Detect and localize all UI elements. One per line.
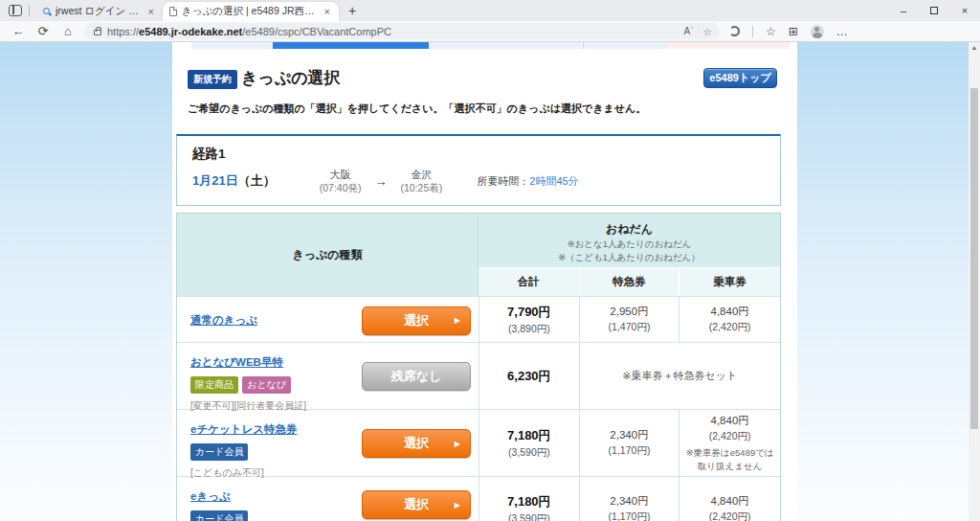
favorites-icon[interactable]: ☆ [766, 25, 776, 38]
route-summary-box: 経路1 1月21日 （土） 大阪 (07:40発) → 金沢 (10:25着) … [176, 134, 781, 206]
button-arrow-icon: ▶ [455, 316, 460, 325]
step-strip-active-segment [273, 42, 429, 49]
new-tab-button[interactable]: + [348, 3, 356, 18]
page-viewport: 新規予約 きっぷの選択 e5489トップ ご希望のきっぷの種類の「選択」を押して… [0, 42, 980, 521]
price-total-cell: 7,180円 (3,590円) [479, 410, 579, 476]
table-row-regular-ticket: 通常のきっぷ 選択 ▶ 7,790円 (3,890円) 2,950円 (1,47… [177, 296, 780, 342]
card-member-badge: カード会員 [190, 443, 248, 461]
search-favicon-icon [43, 8, 51, 15]
otonavi-badge: おとなび [242, 376, 291, 394]
price-base-cell: 4,840円 (2,420円) [679, 297, 780, 342]
refresh-button[interactable]: ⟳ [31, 24, 56, 38]
profile-avatar[interactable] [811, 25, 824, 38]
price-note-child: ※（こども1人あたりのおねだん） [479, 251, 780, 264]
back-button[interactable]: ← [6, 24, 31, 38]
new-reservation-badge: 新規予約 [188, 70, 237, 89]
tab-actions-menu-icon[interactable] [9, 5, 22, 16]
card-member-badge: カード会員 [190, 510, 248, 521]
limited-product-badge: 限定商品 [190, 376, 238, 394]
price-note-adult: ※おとな1人あたりのおねだん [479, 238, 780, 251]
column-header-ticket-type: きっぷの種類 [177, 214, 478, 296]
window-controls: – × [888, 0, 980, 21]
ticket-link-regular[interactable]: 通常のきっぷ [190, 313, 257, 328]
route-day: （土） [238, 172, 276, 190]
price-total-cell: 7,180円 (3,590円) [479, 477, 579, 521]
home-button[interactable]: ⌂ [56, 24, 80, 38]
departure-station: 大阪 (07:40発) [320, 169, 362, 194]
button-arrow-icon: ▶ [455, 501, 460, 510]
url-host: e5489.jr-odekake.net [139, 26, 242, 37]
add-favorite-icon[interactable]: ☆ [703, 26, 712, 37]
column-header-price: おねだん ※おとな1人あたりのおねだん ※（こども1人あたりのおねだん） [479, 214, 780, 267]
scroll-up-arrow-icon[interactable]: ▲ [969, 44, 980, 51]
maximize-button[interactable] [919, 0, 949, 21]
ticket-table: きっぷの種類 おねだん ※おとな1人あたりのおねだん ※（こども1人あたりのおね… [176, 213, 781, 521]
tab-title: きっぷの選択 | e5489 JR西日本 [182, 5, 317, 18]
ticket-link-eticketless[interactable]: eチケットレス特急券 [190, 423, 298, 435]
address-bar[interactable]: https://e5489.jr-odekake.net/e5489/cspc/… [84, 23, 720, 39]
settings-menu-icon[interactable]: … [836, 25, 848, 38]
page-description: ご希望のきっぷの種類の「選択」を押してください。「選択不可」のきっぷは選択できま… [188, 102, 646, 116]
table-row-otonavi-web: おとなびWEB早特 限定商品 おとなび [変更不可][同行者要会員証] 残席なし… [177, 342, 780, 409]
close-button[interactable]: × [949, 0, 980, 21]
e5489-top-button[interactable]: e5489トップ [703, 68, 777, 88]
browser-window: jrwest ログイン - 検索 × きっぷの選択 | e5489 JR西日本 … [0, 0, 980, 521]
browser-titlebar: jrwest ログイン - 検索 × きっぷの選択 | e5489 JR西日本 … [0, 0, 980, 21]
browser-toolbar: ← ⟳ ⌂ https://e5489.jr-odekake.net/e5489… [0, 21, 980, 42]
route-arrow-icon: → [374, 174, 387, 189]
lock-icon [94, 30, 101, 35]
tab-close-icon[interactable]: × [146, 6, 156, 17]
column-header-express-ticket: 特急券 [579, 268, 679, 296]
page-content-panel: 新規予約 きっぷの選択 e5489トップ ご希望のきっぷの種類の「選択」を押して… [172, 42, 797, 521]
ticket-table-header: きっぷの種類 おねだん ※おとな1人あたりのおねだん ※（こども1人あたりのおね… [177, 214, 780, 296]
table-row-ekippu: eきっぷ カード会員 選択 ▶ 7,180円 (3,590円) [177, 476, 780, 521]
page-title: きっぷの選択 [241, 67, 341, 89]
browser-tab-ticket-selection[interactable]: きっぷの選択 | e5489 JR西日本 × [163, 2, 339, 21]
price-base-cell: 4,840円 (2,420円) ※乗車券はe5489では取り扱えません [679, 410, 780, 476]
column-header-base-fare: 乗車券 [679, 268, 780, 296]
maximize-icon [930, 7, 938, 14]
toolbar-divider [752, 26, 753, 37]
price-express-cell: 2,340円 (1,170円) [579, 410, 679, 476]
base-fare-note: ※乗車券はe5489では取り扱えません [679, 446, 780, 472]
tab-close-icon[interactable]: × [323, 6, 332, 17]
select-button-ekippu[interactable]: 選択 ▶ [362, 490, 471, 519]
step-strip-segment [584, 42, 667, 49]
button-arrow-icon: ▶ [455, 440, 460, 448]
select-button-eticketless[interactable]: 選択 ▶ [362, 429, 471, 458]
read-aloud-icon[interactable]: Aʾ [684, 26, 694, 36]
no-seats-button: 残席なし [362, 362, 471, 391]
minimize-button[interactable]: – [888, 0, 919, 21]
browser-tab-search[interactable]: jrwest ログイン - 検索 × [36, 2, 163, 21]
step-strip-segment [667, 42, 790, 49]
page-scrollbar[interactable]: ▲ [969, 42, 980, 521]
ticket-link-ekippu[interactable]: eきっぷ [190, 490, 231, 502]
travel-duration: 所要時間：2時間45分 [477, 174, 578, 189]
step-strip-segment [191, 42, 273, 49]
route-heading: 経路1 [192, 146, 226, 163]
copilot-icon[interactable] [729, 26, 740, 36]
route-date: 1月21日 [192, 172, 238, 190]
url-scheme: https:// [107, 26, 139, 37]
price-express-cell: 2,340円 (1,170円) [579, 477, 679, 521]
price-set-note-cell: ※乗車券＋特急券セット [579, 343, 780, 409]
ticket-link-otonavi[interactable]: おとなびWEB早特 [190, 356, 283, 368]
step-strip-segment [429, 42, 582, 49]
titlebar-divider [29, 5, 30, 16]
tab-title: jrwest ログイン - 検索 [56, 5, 141, 18]
select-button-regular[interactable]: 選択 ▶ [362, 306, 471, 335]
arrival-station: 金沢 (10:25着) [400, 169, 442, 194]
url-path: /e5489/cspc/CBVacantCompPC [242, 26, 391, 37]
table-row-eticketless: eチケットレス特急券 カード会員 [こどものみ不可] 選択 ▶ 7,180円 (… [177, 409, 780, 476]
price-base-cell: 4,840円 (2,420円) [679, 477, 780, 521]
price-express-cell: 2,950円 (1,470円) [579, 297, 679, 342]
scrollbar-thumb[interactable] [970, 88, 978, 429]
column-header-total: 合計 [479, 268, 579, 296]
collections-icon[interactable]: ⊞ [789, 25, 798, 38]
price-total-cell: 7,790円 (3,890円) [479, 297, 579, 342]
price-total-cell: 6,230円 [479, 343, 579, 409]
document-favicon-icon [169, 7, 177, 16]
